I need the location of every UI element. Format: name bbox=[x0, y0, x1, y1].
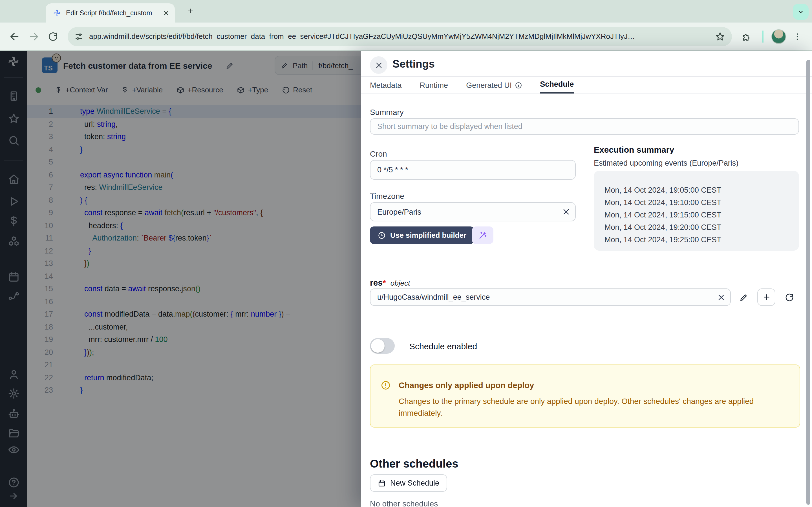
calendar-icon bbox=[378, 479, 386, 487]
toolbar-divider bbox=[762, 30, 763, 43]
execution-summary-subtitle: Estimated upcoming events (Europe/Paris) bbox=[594, 159, 739, 167]
tab-metadata[interactable]: Metadata bbox=[370, 76, 402, 94]
back-button[interactable] bbox=[7, 29, 22, 44]
event-row: Mon, 14 Oct 2024, 19:25:00 CEST bbox=[605, 234, 799, 246]
summary-label: Summary bbox=[370, 108, 404, 117]
clear-timezone-icon[interactable] bbox=[562, 208, 570, 216]
event-row: Mon, 14 Oct 2024, 19:05:00 CEST bbox=[605, 184, 799, 196]
drawer-scrollbar[interactable] bbox=[806, 60, 810, 505]
clear-resource-icon[interactable] bbox=[717, 293, 725, 301]
browser-tab[interactable]: Edit Script f/bd/fetch_custom ✕ bbox=[46, 3, 175, 22]
event-row: Mon, 14 Oct 2024, 19:10:00 CEST bbox=[605, 196, 799, 209]
new-tab-button[interactable]: + bbox=[185, 5, 197, 17]
drawer-tabs: Metadata Runtime Generated UI Schedule bbox=[361, 76, 812, 94]
new-schedule-button[interactable]: New Schedule bbox=[370, 474, 447, 492]
required-asterisk: * bbox=[383, 278, 386, 287]
extensions-puzzle-icon[interactable] bbox=[739, 29, 755, 44]
info-icon bbox=[515, 81, 522, 89]
event-row: Mon, 14 Oct 2024, 19:20:00 CEST bbox=[605, 221, 799, 234]
tab-search-button[interactable] bbox=[793, 4, 809, 20]
execution-summary-title: Execution summary bbox=[594, 145, 674, 154]
schedule-enabled-label: Schedule enabled bbox=[409, 341, 477, 351]
refresh-resource-button[interactable] bbox=[785, 288, 796, 306]
timezone-label: Timezone bbox=[370, 191, 404, 201]
tune-icon[interactable] bbox=[74, 32, 84, 41]
cron-input[interactable] bbox=[370, 160, 576, 180]
url-text[interactable]: app.windmill.dev/scripts/edit/f/bd/fetch… bbox=[89, 32, 709, 41]
timezone-input[interactable] bbox=[370, 202, 576, 221]
chevron-down-icon bbox=[797, 8, 805, 16]
res-field-name: res* bbox=[370, 278, 386, 287]
dim-overlay bbox=[0, 51, 361, 507]
use-simplified-builder-button[interactable]: Use simplified builder bbox=[370, 226, 474, 244]
drawer-close-button[interactable] bbox=[370, 56, 388, 74]
upcoming-events-panel: Mon, 14 Oct 2024, 19:05:00 CESTMon, 14 O… bbox=[594, 171, 799, 251]
cron-label: Cron bbox=[370, 149, 387, 158]
browser-tabstrip: Edit Script f/bd/fetch_custom ✕ + bbox=[0, 0, 812, 22]
magic-wand-icon bbox=[478, 231, 487, 240]
schedule-enabled-toggle[interactable] bbox=[370, 338, 395, 354]
drawer-body: Summary Cron Timezone Use simplified bui… bbox=[361, 94, 812, 507]
deploy-warning: Changes only applied upon deploy Changes… bbox=[370, 364, 800, 428]
other-schedules-heading: Other schedules bbox=[370, 457, 458, 470]
tab-close-icon[interactable]: ✕ bbox=[163, 9, 169, 17]
alert-circle-icon bbox=[380, 380, 391, 390]
warning-title: Changes only applied upon deploy bbox=[399, 381, 534, 390]
tab-runtime[interactable]: Runtime bbox=[420, 76, 448, 94]
settings-drawer: Settings Metadata Runtime Generated UI S… bbox=[361, 51, 812, 507]
bookmark-star-icon[interactable] bbox=[715, 31, 725, 41]
res-field-type: object bbox=[391, 279, 410, 287]
close-icon bbox=[375, 61, 383, 69]
tab-schedule[interactable]: Schedule bbox=[540, 76, 574, 94]
drawer-title: Settings bbox=[393, 58, 435, 70]
edit-resource-button[interactable] bbox=[739, 288, 751, 306]
tab-generated-ui[interactable]: Generated UI bbox=[466, 76, 522, 94]
url-bar[interactable]: app.windmill.dev/scripts/edit/f/bd/fetch… bbox=[68, 27, 732, 46]
warning-body: Changes to the primary schedule are only… bbox=[399, 395, 788, 419]
events-list: Mon, 14 Oct 2024, 19:05:00 CESTMon, 14 O… bbox=[605, 184, 799, 246]
clock-icon bbox=[378, 231, 386, 239]
forward-button[interactable] bbox=[26, 29, 42, 44]
event-row: Mon, 14 Oct 2024, 19:15:00 CEST bbox=[605, 209, 799, 221]
add-resource-plus-button[interactable] bbox=[757, 288, 775, 306]
browser-toolbar: app.windmill.dev/scripts/edit/f/bd/fetch… bbox=[0, 22, 812, 51]
ai-wand-button[interactable] bbox=[472, 226, 493, 244]
plus-icon bbox=[762, 293, 770, 301]
res-field-header: res* object bbox=[370, 278, 410, 287]
summary-input[interactable] bbox=[370, 118, 799, 135]
windmill-favicon bbox=[52, 8, 61, 17]
pencil-icon bbox=[739, 293, 748, 302]
tab-title: Edit Script f/bd/fetch_custom bbox=[66, 9, 158, 17]
reload-button[interactable] bbox=[45, 29, 61, 44]
no-other-schedules-text: No other schedules bbox=[370, 499, 438, 507]
profile-avatar[interactable] bbox=[771, 29, 786, 44]
screen: Edit Script f/bd/fetch_custom ✕ + app.wi… bbox=[0, 0, 812, 507]
resource-input[interactable] bbox=[370, 288, 731, 306]
refresh-icon bbox=[785, 293, 794, 302]
schedule-enabled-row: Schedule enabled bbox=[370, 338, 477, 354]
kebab-menu-icon[interactable] bbox=[790, 29, 805, 44]
